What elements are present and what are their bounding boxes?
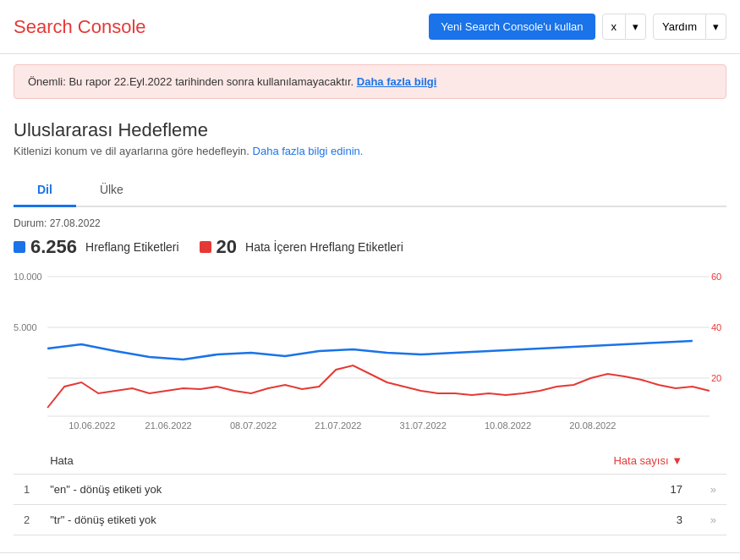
row-1-sayi: 17 bbox=[430, 475, 693, 505]
page-title-section: Uluslararası Hedefleme Kitlenizi konum v… bbox=[0, 109, 740, 161]
warning-link[interactable]: Daha fazla bilgi bbox=[357, 75, 437, 88]
error-count: 20 bbox=[217, 236, 237, 258]
svg-text:5.000: 5.000 bbox=[14, 322, 37, 332]
footer: İndir Göster 10 satır 25 satır 50 satır … bbox=[0, 552, 740, 560]
warning-text: Önemli: Bu rapor 22.Eyl.2022 tarihinden … bbox=[28, 75, 354, 88]
legend-box-red bbox=[200, 241, 211, 253]
x-dropdown-group: x ▾ bbox=[602, 14, 647, 40]
sort-icon: ▼ bbox=[671, 454, 682, 467]
row-2-arrow[interactable]: » bbox=[693, 505, 726, 535]
learn-more-link[interactable]: Daha fazla bilgi edinin. bbox=[253, 145, 364, 157]
legend-error: 20 Hata İçeren Hreflang Etiketleri bbox=[200, 236, 403, 258]
yardim-dropdown-button[interactable]: ▾ bbox=[706, 14, 726, 40]
yardim-button[interactable]: Yardım bbox=[653, 14, 706, 40]
warning-banner: Önemli: Bu rapor 22.Eyl.2022 tarihinden … bbox=[14, 64, 726, 99]
table-row: 2 "tr" - dönüş etiketi yok 3 » bbox=[14, 505, 726, 535]
data-table: Hata Hata sayısı ▼ 1 "en" - dönüş etiket… bbox=[14, 447, 726, 535]
logo: Search Console bbox=[14, 16, 429, 38]
header-actions: Yeni Search Console'u kullan x ▾ Yardım … bbox=[429, 14, 726, 40]
col-num bbox=[14, 447, 40, 475]
x-dropdown-button[interactable]: ▾ bbox=[626, 14, 646, 40]
error-label: Hata İçeren Hreflang Etiketleri bbox=[245, 240, 403, 254]
yardim-group: Yardım ▾ bbox=[653, 14, 726, 40]
row-1-num: 1 bbox=[14, 475, 40, 505]
row-1-hata: "en" - dönüş etiketi yok bbox=[40, 475, 429, 505]
row-1-arrow[interactable]: » bbox=[693, 475, 726, 505]
col-hata-sayisi[interactable]: Hata sayısı ▼ bbox=[430, 447, 693, 475]
chart-svg: 10.000 5.000 60 40 20 10.06.2022 21.06.2… bbox=[14, 268, 726, 437]
svg-text:21.06.2022: 21.06.2022 bbox=[145, 420, 192, 431]
row-2-num: 2 bbox=[14, 505, 40, 535]
svg-text:10.08.2022: 10.08.2022 bbox=[485, 420, 531, 431]
col-action bbox=[693, 447, 726, 475]
col-hata: Hata bbox=[40, 447, 429, 475]
table-row: 1 "en" - dönüş etiketi yok 17 » bbox=[14, 475, 726, 505]
chart-container: 10.000 5.000 60 40 20 10.06.2022 21.06.2… bbox=[14, 268, 726, 437]
tab-dil[interactable]: Dil bbox=[14, 174, 76, 207]
svg-text:20.08.2022: 20.08.2022 bbox=[569, 420, 616, 431]
content-area: Durum: 27.08.2022 6.256 Hreflang Etiketl… bbox=[0, 207, 740, 546]
svg-text:60: 60 bbox=[711, 272, 721, 282]
svg-text:08.07.2022: 08.07.2022 bbox=[230, 420, 277, 431]
tab-ulke[interactable]: Ülke bbox=[76, 174, 147, 207]
svg-text:31.07.2022: 31.07.2022 bbox=[400, 420, 447, 431]
svg-text:40: 40 bbox=[711, 322, 721, 332]
x-button[interactable]: x bbox=[602, 14, 627, 40]
page-subtitle: Kitlenizi konum ve dil ayarlarına göre h… bbox=[14, 145, 726, 157]
hreflang-count: 6.256 bbox=[30, 236, 77, 258]
legend-box-blue bbox=[14, 241, 25, 253]
svg-text:21.07.2022: 21.07.2022 bbox=[315, 420, 361, 431]
tabs: Dil Ülke bbox=[14, 174, 726, 207]
svg-text:20: 20 bbox=[711, 373, 721, 383]
header: Search Console Yeni Search Console'u kul… bbox=[0, 0, 740, 54]
row-2-hata: "tr" - dönüş etiketi yok bbox=[40, 505, 429, 535]
svg-text:10.000: 10.000 bbox=[14, 272, 42, 282]
legend-hreflang: 6.256 Hreflang Etiketleri bbox=[14, 236, 179, 258]
legend: 6.256 Hreflang Etiketleri 20 Hata İçeren… bbox=[14, 236, 726, 258]
page-title: Uluslararası Hedefleme bbox=[14, 119, 726, 141]
new-console-button[interactable]: Yeni Search Console'u kullan bbox=[429, 14, 595, 40]
row-2-sayi: 3 bbox=[430, 505, 693, 535]
hreflang-label: Hreflang Etiketleri bbox=[85, 240, 179, 254]
status-date: Durum: 27.08.2022 bbox=[14, 217, 726, 229]
svg-text:10.06.2022: 10.06.2022 bbox=[69, 420, 115, 431]
